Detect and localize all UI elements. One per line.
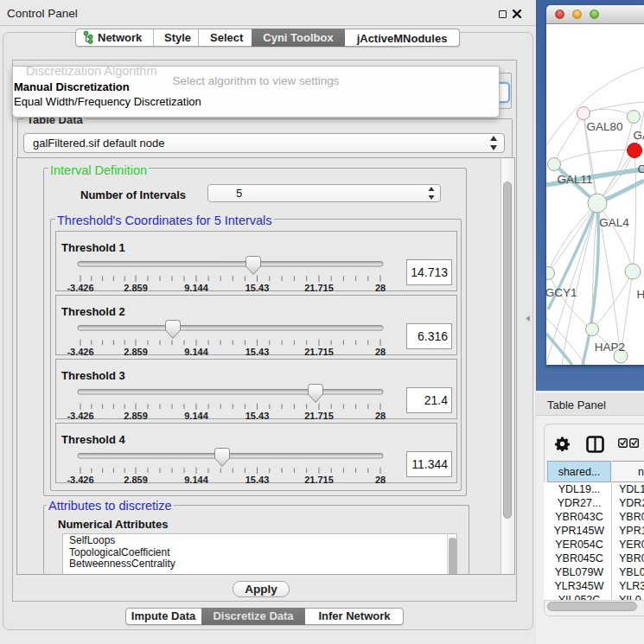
svg-text:2.859: 2.859: [124, 475, 148, 484]
svg-text:15.43: 15.43: [245, 475, 270, 484]
svg-text:HI: HI: [637, 288, 644, 301]
svg-text:21.715: 21.715: [304, 347, 334, 356]
svg-text:GAL11: GAL11: [557, 173, 592, 186]
svg-text:-3.426: -3.426: [67, 283, 93, 292]
svg-text:-3.426: -3.426: [67, 411, 93, 420]
svg-text:15.43: 15.43: [245, 347, 270, 356]
svg-text:21.715: 21.715: [304, 411, 334, 420]
svg-text:9.144: 9.144: [184, 411, 208, 420]
svg-text:28: 28: [375, 347, 386, 356]
svg-text:15.43: 15.43: [245, 283, 270, 292]
svg-text:28: 28: [375, 411, 386, 420]
svg-text:CR: CR: [638, 163, 644, 175]
svg-text:21.715: 21.715: [304, 475, 334, 484]
svg-text:GCY1: GCY1: [546, 286, 577, 299]
svg-text:21.715: 21.715: [304, 283, 334, 292]
svg-text:2.859: 2.859: [124, 283, 148, 292]
svg-text:28: 28: [375, 283, 386, 292]
svg-text:2.859: 2.859: [124, 411, 148, 420]
svg-text:9.144: 9.144: [184, 283, 208, 292]
svg-text:15.43: 15.43: [245, 411, 270, 420]
svg-text:9.144: 9.144: [184, 475, 208, 484]
svg-text:GAL: GAL: [634, 129, 644, 142]
svg-text:2.859: 2.859: [124, 347, 148, 356]
svg-text:GAL4: GAL4: [599, 216, 629, 229]
svg-text:-3.426: -3.426: [67, 347, 93, 356]
svg-text:HAP2: HAP2: [595, 341, 625, 354]
svg-text:28: 28: [375, 475, 386, 484]
svg-text:GAL80: GAL80: [586, 120, 622, 133]
svg-text:-3.426: -3.426: [67, 475, 93, 484]
svg-text:9.144: 9.144: [184, 347, 208, 356]
